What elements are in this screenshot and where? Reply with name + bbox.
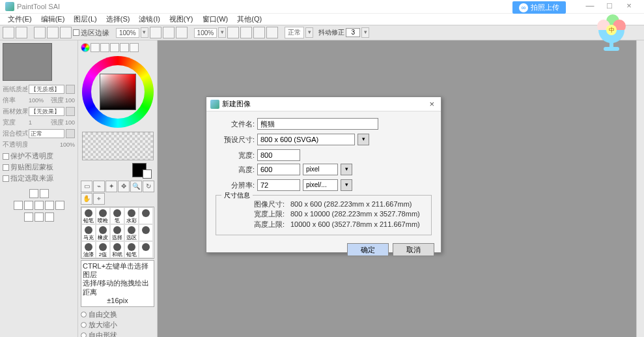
menu-layer[interactable]: 图层(L)	[70, 14, 100, 25]
marquee-tool[interactable]: ▭	[81, 181, 92, 192]
colortab-rgb[interactable]	[91, 43, 100, 52]
toolbar: 选区边缘 100% ▾ 100% ▾ 正常 ▾ 抖动修正 3 ▾	[0, 25, 644, 40]
sel-bound-checkbox[interactable]: 选区边缘	[73, 28, 109, 38]
effect-label: 画材效果	[3, 107, 27, 116]
menu-other[interactable]: 其他(Q)	[233, 14, 266, 25]
navigator-thumb[interactable]	[3, 43, 52, 81]
maximize-icon[interactable]: □	[600, 1, 619, 12]
brush-empty3[interactable]	[139, 241, 153, 258]
angle-down-button[interactable]: ▾	[218, 27, 226, 38]
effect-select[interactable]: 【无效果】	[29, 107, 64, 116]
brush-bucket[interactable]: 油漆桶	[81, 241, 96, 258]
color-square[interactable]	[100, 74, 136, 110]
invert-button[interactable]	[47, 27, 59, 38]
menu-edit[interactable]: 编辑(E)	[37, 14, 69, 25]
rotate-tool[interactable]: ↻	[143, 181, 154, 192]
brush-marker[interactable]: 马克笔	[81, 224, 96, 241]
radio-scale[interactable]: 放大缩小	[81, 320, 154, 330]
lasso-tool[interactable]: ⌁	[93, 181, 105, 192]
zoom-in-button[interactable]	[176, 27, 188, 38]
brush-selpen[interactable]: 选择笔	[110, 224, 124, 241]
undo-button[interactable]	[3, 27, 14, 38]
redo-button[interactable]	[16, 27, 27, 38]
deselect-button[interactable]	[34, 27, 46, 38]
blend-select[interactable]: 正常	[29, 129, 64, 138]
paper-btn[interactable]	[66, 85, 75, 94]
protect-opacity-checkbox[interactable]: 保护不透明度	[3, 151, 75, 161]
paper-select[interactable]: 【无质感】	[29, 85, 64, 94]
zoom-fit-button[interactable]	[163, 27, 175, 38]
menu-window[interactable]: 窗口(W)	[199, 14, 232, 25]
color-wheel[interactable]	[82, 56, 154, 128]
upload-button[interactable]: ∞ 拍照上传	[512, 1, 566, 14]
filename-input[interactable]: 熊猫	[257, 118, 378, 130]
close-icon[interactable]: ×	[619, 1, 639, 12]
clip-mask-checkbox[interactable]: 剪贴图层蒙板	[3, 162, 75, 172]
colortab-mix[interactable]	[110, 43, 119, 52]
picker-tool[interactable]: ⌖	[93, 193, 105, 205]
hand-tool[interactable]: ✋	[81, 193, 92, 205]
brush-watercolor[interactable]: 水彩笔	[124, 207, 139, 224]
show-sel-button[interactable]	[60, 27, 72, 38]
brush-empty2[interactable]	[139, 224, 153, 241]
size-unit-dropdown-icon[interactable]: ▾	[341, 164, 352, 175]
filename-label: 文件名:	[216, 119, 255, 129]
brush-selerase[interactable]: 选区擦	[124, 224, 139, 241]
sel-source-checkbox[interactable]: 指定选取来源	[3, 173, 75, 183]
brush-pencil30[interactable]: 铅笔30	[124, 241, 139, 258]
zoom-out-button[interactable]	[150, 27, 161, 38]
app-logo-icon	[5, 2, 14, 11]
layer-nav	[3, 188, 75, 223]
radio-freeform[interactable]: 自由形状	[81, 330, 154, 337]
window-controls: — □ ×	[580, 1, 639, 12]
height-input[interactable]: 600	[257, 164, 300, 175]
menu-filter[interactable]: 滤镜(I)	[135, 14, 163, 25]
colortab-scratch[interactable]	[130, 43, 139, 52]
brush-binary[interactable]: 2值笔	[96, 241, 110, 258]
move-tool[interactable]: ✥	[118, 181, 130, 192]
menu-view[interactable]: 视图(Y)	[165, 14, 197, 25]
minimize-icon[interactable]: —	[580, 1, 600, 12]
ok-button[interactable]: 确定	[347, 243, 389, 256]
blend-display[interactable]: 正常	[285, 27, 304, 38]
width-input[interactable]: 800	[257, 149, 300, 161]
brush-grid: 铅笔 喷枪 笔 水彩笔 马克笔 橡皮擦 选择笔 选区擦 油漆桶 2值笔 和纸笔 …	[81, 207, 154, 259]
rot-reset-button[interactable]	[240, 27, 252, 38]
shake-input[interactable]: 3	[346, 28, 360, 37]
background-color[interactable]	[143, 169, 152, 179]
zoom-tool[interactable]: 🔍	[130, 181, 142, 192]
effect-btn[interactable]	[66, 107, 75, 116]
bei-label: 倍率	[3, 96, 27, 105]
colortab-hsv[interactable]	[100, 43, 109, 52]
height-label: 高度:	[216, 165, 255, 175]
dpi-unit-dropdown-icon[interactable]: ▾	[341, 179, 352, 191]
wand-tool[interactable]: ✦	[105, 181, 117, 192]
blend-down-button[interactable]: ▾	[305, 27, 313, 38]
swatch-area[interactable]	[82, 132, 154, 160]
preset-dropdown-icon[interactable]: ▾	[357, 134, 369, 145]
dpi-input[interactable]: 72	[257, 179, 300, 191]
rot-cw-button[interactable]	[253, 27, 265, 38]
flip-button[interactable]	[266, 27, 278, 38]
brush-eraser[interactable]: 橡皮擦	[96, 224, 110, 241]
menu-file[interactable]: 文件(E)	[4, 14, 36, 25]
brush-airbrush[interactable]: 喷枪	[96, 207, 110, 224]
size-unit-select[interactable]: pixel	[303, 164, 338, 175]
menu-select[interactable]: 选择(S)	[102, 14, 134, 25]
cancel-button[interactable]: 取消	[393, 243, 434, 256]
preset-select[interactable]: 800 x 600 (SVGA)	[257, 134, 355, 145]
brush-empty1[interactable]	[139, 207, 153, 224]
size-info-fieldset: 尺寸信息 图像尺寸:800 x 600 (282.223mm x 211.667…	[216, 195, 432, 235]
colortab-swatch[interactable]	[120, 43, 129, 52]
dpi-unit-select[interactable]: pixel/...	[303, 179, 338, 191]
shake-down-button[interactable]: ▾	[361, 27, 369, 38]
radio-free[interactable]: 自由交换	[81, 310, 154, 319]
dialog-close-icon[interactable]: ×	[427, 99, 437, 109]
brush-pencil[interactable]: 铅笔	[81, 207, 96, 224]
rot-ccw-button[interactable]	[227, 27, 239, 38]
brush-pen[interactable]: 笔	[110, 207, 124, 224]
zoom-down-button[interactable]: ▾	[141, 27, 148, 38]
menubar: 文件(E) 编辑(E) 图层(L) 选择(S) 滤镜(I) 视图(Y) 窗口(W…	[0, 13, 644, 25]
brush-washi[interactable]: 和纸笔	[110, 241, 124, 258]
colortab-wheel[interactable]	[81, 43, 90, 52]
